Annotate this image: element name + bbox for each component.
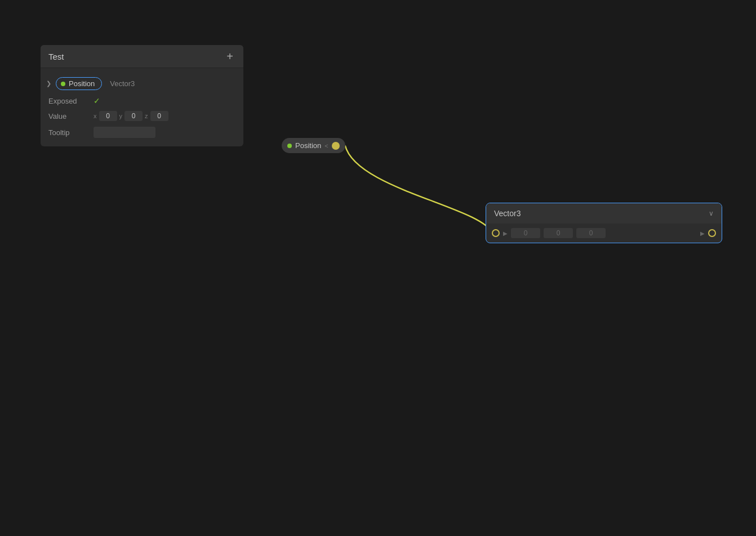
position-row: ❯ Position Vector3 xyxy=(41,74,243,93)
exposed-value: ✓ xyxy=(94,96,100,105)
vector3-node-chevron-icon[interactable]: ∨ xyxy=(709,209,714,217)
connection-wire xyxy=(259,0,756,536)
vector3-play-icon[interactable]: ▶ xyxy=(503,230,508,236)
position-node-label: Position xyxy=(295,141,321,150)
collapse-chevron-icon[interactable]: ❯ xyxy=(46,80,51,87)
add-button[interactable]: + xyxy=(224,51,235,62)
vector3-output-play-icon[interactable]: ▶ xyxy=(700,230,705,236)
position-badge-label: Position xyxy=(69,79,95,88)
value-z-input[interactable] xyxy=(150,111,168,121)
green-dot-icon xyxy=(61,82,65,86)
panel-header: Test + xyxy=(41,45,243,68)
exposed-checkmark-icon: ✓ xyxy=(94,96,100,105)
value-y-input[interactable] xyxy=(124,111,143,121)
vector3-x-input[interactable] xyxy=(511,228,540,238)
y-axis-label: y xyxy=(119,113,123,119)
panel-title: Test xyxy=(48,52,64,61)
value-fields: x y z xyxy=(94,111,168,121)
exposed-label: Exposed xyxy=(48,97,94,105)
position-node[interactable]: Position < xyxy=(282,138,345,153)
position-node-output-port[interactable] xyxy=(332,142,340,150)
tooltip-field xyxy=(94,127,155,138)
vector3-node-header: Vector3 ∨ xyxy=(486,203,722,224)
x-axis-label: x xyxy=(94,113,97,119)
vector3-input-port[interactable] xyxy=(492,229,500,237)
vector3-node: Vector3 ∨ ▶ ▶ xyxy=(486,203,722,243)
value-label: Value xyxy=(48,112,94,120)
vector3-node-body: ▶ ▶ xyxy=(486,224,722,243)
value-x-input[interactable] xyxy=(99,111,117,121)
position-node-dot-icon xyxy=(287,144,292,148)
vector3-node-title: Vector3 xyxy=(494,209,521,218)
position-badge[interactable]: Position xyxy=(56,77,102,90)
z-axis-label: z xyxy=(145,113,148,119)
tooltip-label: Tooltip xyxy=(48,128,94,137)
tooltip-input[interactable] xyxy=(94,127,155,138)
left-panel: Test + ❯ Position Vector3 Exposed ✓ Valu… xyxy=(41,45,243,146)
vector3-output-port[interactable] xyxy=(708,229,716,237)
canvas-area: Position < Vector3 ∨ ▶ ▶ xyxy=(259,0,756,536)
position-node-chevron-icon[interactable]: < xyxy=(324,142,328,149)
vector3-tab[interactable]: Vector3 xyxy=(110,79,135,88)
tooltip-row: Tooltip xyxy=(41,124,243,141)
vector3-z-input[interactable] xyxy=(576,228,606,238)
exposed-row: Exposed ✓ xyxy=(41,93,243,108)
panel-body: ❯ Position Vector3 Exposed ✓ Value x y z xyxy=(41,68,243,146)
value-row: Value x y z xyxy=(41,108,243,124)
vector3-y-input[interactable] xyxy=(544,228,573,238)
